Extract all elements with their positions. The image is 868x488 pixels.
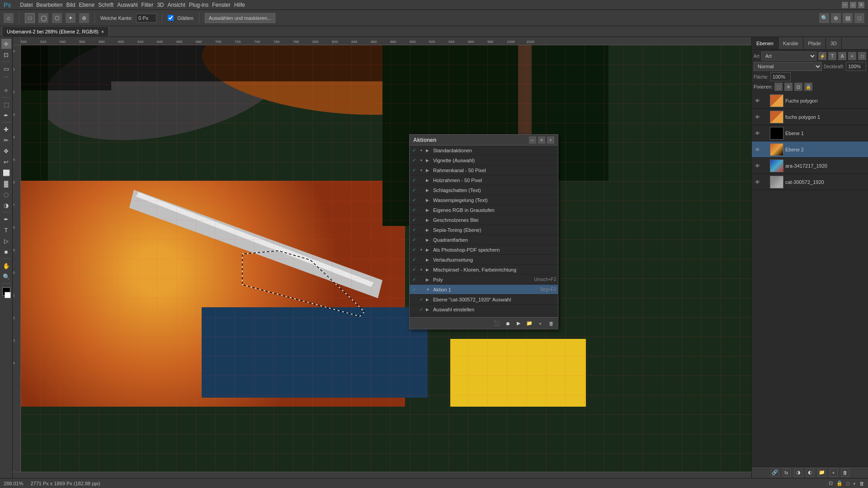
- menu-bearbeiten[interactable]: Bearbeiten: [34, 1, 64, 9]
- action-schlagschatten[interactable]: ✓ ▶ Schlagschatten (Text): [410, 185, 558, 195]
- action-ebene-cat-auswahl[interactable]: ✓ ▶ Ebene "cat-300572_1920" Auswahl: [410, 295, 558, 305]
- status-icon-2[interactable]: 🔒: [836, 480, 843, 486]
- actions-minimize-icon[interactable]: ─: [529, 136, 536, 144]
- action-expand-pdf[interactable]: ▶: [426, 248, 431, 252]
- clone-tool[interactable]: ✥: [1, 146, 11, 156]
- close-button[interactable]: ×: [858, 2, 864, 8]
- group-btn[interactable]: 📁: [818, 469, 826, 477]
- layer-eye-icon-2[interactable]: 👁: [754, 130, 761, 137]
- menu-filter[interactable]: Filter: [140, 1, 156, 9]
- new-selection-icon[interactable]: ⊕: [79, 13, 89, 23]
- view-icon[interactable]: □: [854, 13, 864, 23]
- action-expand-wasser[interactable]: ▶: [426, 198, 431, 202]
- actions-close-icon[interactable]: ×: [547, 136, 554, 144]
- layer-item-ara[interactable]: 👁 ara-3417217_1920: [752, 158, 868, 174]
- action-poly[interactable]: ✓ ▶ Poly Umsch+F2: [410, 275, 558, 285]
- action-quadrant[interactable]: ✓ ▶ Quadrantfarben: [410, 235, 558, 245]
- action-expand-misch[interactable]: ▶: [426, 267, 431, 272]
- action-geschmolzenes[interactable]: ✓ ▶ Geschmolzenes Blei: [410, 215, 558, 225]
- tab-ebenen[interactable]: Ebenen: [752, 37, 778, 49]
- actions-delete-btn[interactable]: 🗑: [547, 319, 555, 328]
- delete-layer-btn[interactable]: 🗑: [841, 469, 849, 477]
- maximize-button[interactable]: □: [850, 2, 856, 8]
- action-wasserspiegel[interactable]: ✓ ▶ Wasserspiegelung (Text): [410, 195, 558, 205]
- fill-input[interactable]: [770, 72, 791, 81]
- mask-btn[interactable]: ◑: [794, 469, 802, 477]
- lasso-circle-icon[interactable]: ◯: [38, 13, 48, 23]
- horizontal-scrollbar[interactable]: [13, 472, 751, 478]
- art-select[interactable]: Art: [761, 52, 816, 61]
- layer-eye-icon-1[interactable]: 👁: [754, 113, 761, 121]
- action-expand-ae1[interactable]: ▶: [426, 307, 431, 312]
- lock-all-btn[interactable]: 🔒: [804, 83, 812, 91]
- action-pdf[interactable]: ✓ ● ▶ Als Photoshop-PDF speichern: [410, 245, 558, 255]
- layer-eye-icon[interactable]: 👁: [754, 97, 761, 104]
- magic-wand-tool[interactable]: ✧: [1, 85, 11, 95]
- adjustment-btn[interactable]: ◐: [806, 469, 814, 477]
- eyedropper-tool[interactable]: ✒: [1, 110, 11, 120]
- action-expand-gesch[interactable]: ▶: [426, 218, 431, 222]
- action-standardaktionen[interactable]: ✓ ● ▶ Standardaktionen: [410, 145, 558, 155]
- action-expand-quad[interactable]: ▶: [426, 238, 431, 242]
- crop-tool[interactable]: ⬚: [1, 99, 11, 109]
- layer-icon-btn1[interactable]: ⚡: [818, 52, 826, 60]
- gradient-tool[interactable]: ▓: [1, 178, 11, 188]
- lasso-poly-icon[interactable]: ⬡: [52, 13, 62, 23]
- action-expand-sepia[interactable]: ▶: [426, 228, 431, 232]
- soft-edge-input[interactable]: [136, 14, 156, 23]
- lasso-magnet-icon[interactable]: ✦: [66, 13, 75, 23]
- action-auswahl-einstellen-1[interactable]: ✓ ▶ Auswahl einstellen: [410, 305, 558, 314]
- status-icon-5[interactable]: 🗑: [859, 481, 864, 486]
- menu-hilfe[interactable]: Hilfe: [232, 1, 247, 9]
- tab-pfade[interactable]: Pfade: [803, 37, 826, 49]
- lock-artboard-btn[interactable]: ⊡: [794, 83, 802, 91]
- actions-stop-btn[interactable]: ⬛: [493, 319, 501, 328]
- menu-ansicht[interactable]: Ansicht: [166, 1, 187, 9]
- menu-auswahl[interactable]: Auswahl: [115, 1, 139, 9]
- lock-pixels-btn[interactable]: ⬚: [774, 83, 783, 91]
- actions-record-btn[interactable]: ⏺: [504, 319, 512, 328]
- action-sepia[interactable]: ✓ ▶ Sepia-Toning (Ebene): [410, 225, 558, 235]
- actions-menu-icon[interactable]: ≡: [538, 136, 545, 144]
- layer-eye-icon-3[interactable]: 👁: [754, 146, 761, 153]
- select-mask-button[interactable]: Auswählen und maskieren...: [205, 13, 275, 23]
- action-expand-ak1[interactable]: ▼: [426, 287, 431, 292]
- action-eigenes-rgb[interactable]: ✓ ▶ Eigenes RGB in Graustufen: [410, 205, 558, 215]
- healing-tool[interactable]: ✚: [1, 124, 11, 134]
- menu-schrift[interactable]: Schrift: [96, 1, 115, 9]
- opacity-input[interactable]: [846, 62, 866, 71]
- layer-item-fuchs-polygon-1[interactable]: 👁 fuchs polygon 1: [752, 109, 868, 125]
- arrange-icon[interactable]: ▤: [843, 13, 853, 23]
- marquee-tool[interactable]: ▭: [1, 64, 11, 74]
- document-tab[interactable]: Unbenannt-2 bei 288% (Ebene 2, RGB/8) ×: [2, 26, 109, 37]
- layer-item-fuchs-polygon[interactable]: 👁 Fuchs polygon: [752, 93, 868, 109]
- layer-icon-btn3[interactable]: A: [838, 52, 846, 60]
- menu-3d[interactable]: 3D: [155, 1, 165, 9]
- action-verlauf[interactable]: ✓ ▶ Verlaufsumsetung: [410, 255, 558, 265]
- artboard-tool[interactable]: ⊡: [1, 50, 11, 60]
- layer-icon-btn4[interactable]: +: [848, 52, 856, 60]
- lasso-rect-icon[interactable]: □: [25, 13, 35, 23]
- background-color[interactable]: [5, 292, 11, 298]
- actions-folder-btn[interactable]: 📁: [525, 319, 533, 328]
- action-aktion1[interactable]: ✓ ▼ Aktion 1 Strg+F2: [410, 285, 558, 295]
- minimize-button[interactable]: ─: [842, 2, 848, 8]
- action-expand-rgb[interactable]: ▶: [426, 208, 431, 212]
- zoom-icon[interactable]: ⊕: [831, 13, 841, 23]
- search-icon[interactable]: 🔍: [819, 13, 829, 23]
- action-expand-std[interactable]: ▶: [426, 148, 431, 153]
- menu-bild[interactable]: Bild: [64, 1, 77, 9]
- tab-kanaele[interactable]: Kanäle: [778, 37, 803, 49]
- blend-mode-select[interactable]: Normal: [754, 62, 822, 71]
- actions-new-btn[interactable]: +: [536, 319, 544, 328]
- status-icon-4[interactable]: +: [853, 481, 856, 486]
- layer-eye-icon-4[interactable]: 👁: [754, 162, 761, 169]
- action-holzrahmen[interactable]: ✓ ▶ Holzrahmen - 50 Pixel: [410, 175, 558, 185]
- pen-tool[interactable]: ✒: [1, 214, 11, 224]
- action-expand-verlauf[interactable]: ▶: [426, 258, 431, 262]
- layer-item-ebene-1[interactable]: 👁 Ebene 1: [752, 125, 868, 141]
- brush-tool[interactable]: ✏: [1, 135, 11, 145]
- move-tool[interactable]: ✛: [1, 39, 11, 49]
- fx-btn[interactable]: fx: [783, 469, 791, 477]
- action-expand-schlag[interactable]: ▶: [426, 188, 431, 192]
